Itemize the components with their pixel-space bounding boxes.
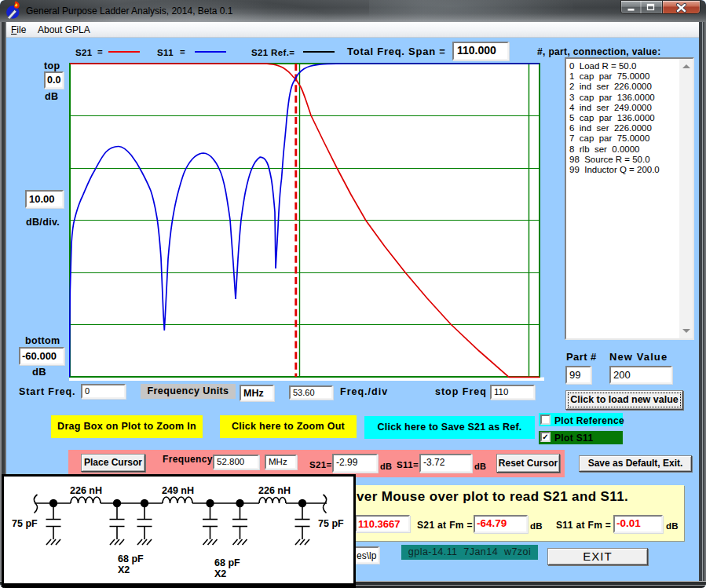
svg-text:X2: X2 bbox=[118, 564, 130, 575]
svg-text:68 pF: 68 pF bbox=[214, 557, 240, 568]
svg-text:X2: X2 bbox=[214, 568, 226, 579]
svg-text:249 nH: 249 nH bbox=[162, 485, 194, 496]
svg-text:75 pF: 75 pF bbox=[12, 518, 38, 529]
svg-text:226 nH: 226 nH bbox=[70, 485, 102, 496]
svg-text:226 nH: 226 nH bbox=[258, 485, 291, 496]
svg-text:75 pF: 75 pF bbox=[318, 518, 344, 529]
svg-text:68 pF: 68 pF bbox=[118, 553, 144, 564]
